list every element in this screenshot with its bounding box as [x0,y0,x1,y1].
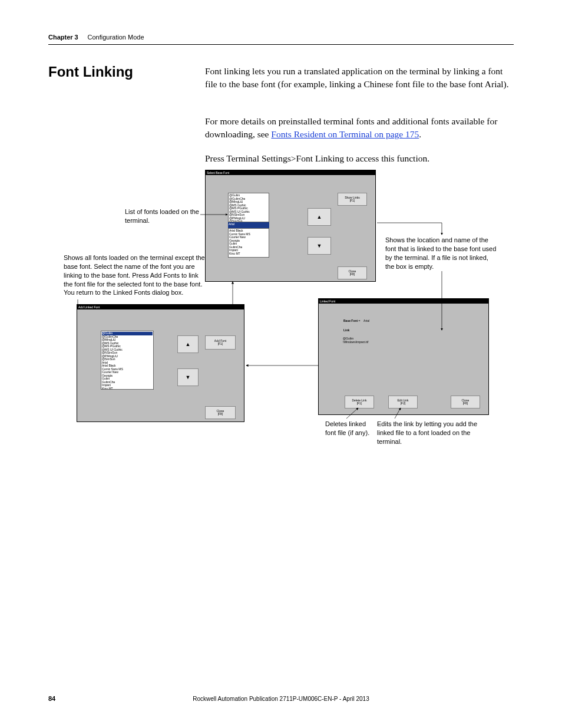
body-para-2: For more details on preinstalled termina… [205,115,514,141]
annotation-shows-all-fonts: Shows all fonts loaded on the terminal e… [64,253,205,297]
edit-link-button[interactable]: Edit Link [F2] [388,396,418,409]
list-item[interactable]: \Windows\impact.ttf [343,340,368,344]
close-button[interactable]: Close [F8] [205,406,236,419]
scroll-up-button[interactable]: ▲ [177,335,199,353]
font-listbox[interactable]: @Gulim @GulimChe @MingLiU @MS Gothic @MS… [101,331,154,390]
annotation-edits-link: Edits the link by letting you add the li… [377,420,495,446]
scroll-down-button[interactable]: ▼ [177,368,199,386]
chapter-number: Chapter 3 [48,34,78,41]
annotation-list-fonts: List of fonts loaded on the terminal. [125,207,201,225]
delete-link-button[interactable]: Delete Link [F1] [345,396,374,409]
annotation-deletes-link: Deletes linked font file (if any). [325,420,372,437]
font-selected[interactable]: Arial [228,222,269,228]
chevron-down-icon: ▼ [317,243,322,249]
close-button[interactable]: Close [F8] [451,396,480,409]
scroll-down-button[interactable]: ▼ [308,237,331,255]
titlebar: Linked Font [319,299,488,304]
chevron-up-icon: ▲ [317,215,322,220]
add-font-button[interactable]: Add Font [F1] [205,335,236,350]
chapter-title: Configuration Mode [88,34,144,41]
para2-text-b: . [419,129,421,139]
show-links-button[interactable]: Show Links [F1] [338,193,367,206]
link-fonts-resident[interactable]: Fonts Resident on Terminal on page 175 [271,129,419,139]
publication-footer: Rockwell Automation Publication 2711P-UM… [0,696,562,702]
page-header: Chapter 3 Configuration Mode [48,32,514,45]
body-para-1: Font linking lets you run a translated a… [205,65,514,91]
chevron-up-icon: ▲ [186,342,191,347]
chevron-down-icon: ▼ [186,375,191,380]
section-title: Font Linking [48,64,133,80]
scroll-up-button[interactable]: ▲ [308,208,331,226]
font-listbox-upper[interactable]: @Gulim @GulimChe @MingLiU @MS Gothic @MS… [228,193,269,222]
base-font-label: Base Font = Arial [343,319,369,322]
font-listbox-lower[interactable]: Arial Black Comic Sans MS Courier New Ge… [228,228,269,258]
list-item[interactable]: Kino MT [229,252,240,255]
titlebar: Select Base Font [206,170,375,175]
screenshot-select-base-font: Select Base Font @Gulim @GulimChe @MingL… [205,170,376,282]
link-listbox[interactable]: @Gulim \Windows\impact.ttf [342,337,425,346]
screenshot-add-linked-font: Add Linked Font @Gulim @GulimChe @MingLi… [77,304,244,422]
body-para-3: Press Terminal Settings>Font Linking to … [205,152,514,165]
annotation-shows-location: Shows the location and name of the font … [385,236,497,271]
titlebar: Add Linked Font [77,305,244,309]
link-label: Link [343,328,349,332]
close-button[interactable]: Close [F8] [338,266,367,279]
screenshot-linked-font: Linked Font Base Font = Arial Link @Guli… [318,298,489,415]
list-item[interactable]: Kino MT [102,387,113,390]
